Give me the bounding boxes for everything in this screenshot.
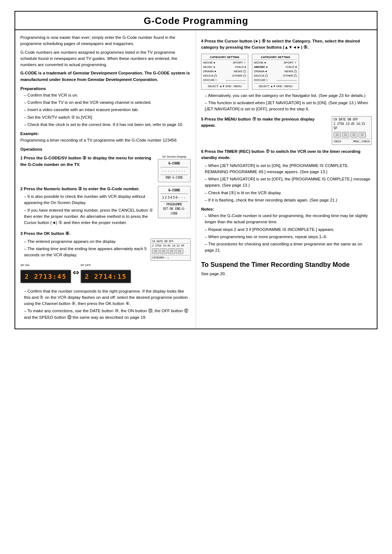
step-6-block: 6 Press the TIMER (REC) button ⑦ to swit… (201, 148, 372, 203)
cat-row-r1: MOVIE ●SPORT ✓ (254, 61, 297, 65)
prog-check-header-text: CH DATE ON OFF (334, 118, 358, 122)
prep-item: Confirm that the VCR is on. (24, 92, 191, 98)
page-title: G-Code Programming (15, 15, 377, 27)
vcr-label-1: SP ON 2 2713:45 (20, 264, 71, 285)
step-3-heading: 3 Press the OK button ⑥. (20, 231, 191, 237)
notes-block: Notes: When the G-Code number is used fo… (201, 207, 372, 254)
step-2-block: 2 Press the Numeric buttons ② to enter t… (20, 186, 191, 227)
step-5-text: 5 Press the MENU button ⑦ to make the pr… (201, 116, 328, 130)
step-5-block: 5 Press the MENU button ⑦ to make the pr… (201, 116, 372, 145)
prep-item: Set the VCR/TV switch ② to [VCR]. (24, 114, 191, 121)
prep-item: Confirm that the TV is on and the VCR vi… (24, 99, 191, 106)
cat-box-left: CATEGORY SETTING MOVIE ●SPORT ✓ MUSIC ●C… (201, 54, 248, 90)
category-images: CATEGORY SETTING MOVIE ●SPORT ✓ MUSIC ●C… (201, 54, 372, 90)
note-1: When the G-Code number is used for progr… (205, 213, 372, 225)
step-1-content: 1 Press the G-CODE/SV button ② to displa… (20, 155, 191, 182)
vcr-btn-2: □ (160, 248, 167, 254)
cat-row-1: MOVIE ●SPORT ✓ (203, 61, 246, 65)
step-2-heading: 2 Press the Numeric buttons ② to enter t… (20, 186, 154, 192)
prog-check-buttons: □ □ □ □ (334, 132, 370, 138)
step-3-bullet-4: To make any corrections, use the DATE bu… (24, 308, 191, 321)
intro-para-2: G-Code numbers are numbers assigned to p… (20, 49, 191, 68)
cat-row-4: EDUCA 凸OTHER 凸 (203, 74, 246, 78)
step-1-heading: 1 Press the G-CODE/SV button ② to displa… (20, 155, 154, 168)
prep-item: Insert a video cassette with an intact e… (24, 107, 191, 113)
osd-dashes-1: --------- (160, 168, 188, 174)
prog-btn-2: □ (342, 132, 349, 138)
step-2-bullet-2: If you have entered the wrong number, pr… (24, 207, 154, 226)
vcr-step3-row: 2 27SA 13:45 14:15 SP (152, 244, 189, 247)
cat-row-r4: EDUCA 凸OTHER 凸 (254, 74, 297, 78)
step-5-image: CH DATE ON OFF 2 27SA 13:45 14:15 SP □ □… (332, 116, 372, 145)
trademark-text: G-CODE is a trademark of Gemstar Develop… (20, 70, 191, 83)
vcr-displays-row: SP ON 2 2713:45 ⇔ SP OFF 2 2714:15 (20, 264, 191, 285)
step-3-block: 3 Press the OK button ⑥. The entered pro… (20, 231, 191, 321)
cat-row-r2: ●MUSIC ●CHILD ● (254, 65, 297, 69)
step-4-bullet-2: This function is activated when [JET NAV… (205, 100, 372, 113)
prog-check-header: CH DATE ON OFF (334, 118, 370, 122)
step-4-heading: 4 Press the Cursor button (►) ⑤ to selec… (201, 38, 372, 51)
prep-item: Check that the clock is set to the corre… (24, 122, 191, 128)
intro-para-1: Programming is now easier than ever; sim… (20, 34, 191, 47)
vcr-step3-ch: CH DATE ON OFF (152, 240, 173, 243)
vcr-btn-3: □ (168, 248, 175, 254)
step-4-block: 4 Press the Cursor button (►) ⑤ to selec… (201, 38, 372, 113)
operations-heading: Operations (20, 147, 191, 151)
cat-title-left: CATEGORY SETTING (203, 55, 246, 60)
note-4: The procedures for checking and cancelli… (205, 241, 372, 254)
step-2-text: 2 Press the Numeric buttons ② to enter t… (20, 186, 154, 227)
prog-btn-4: □ (359, 132, 366, 138)
vcr-label-2: SP OFF 2 2714:15 (81, 264, 131, 285)
cat-footer-right: SELECT: ▲▼ END : MENU (254, 83, 297, 88)
notes-heading: Notes: (201, 207, 372, 211)
prog-check-display: CH DATE ON OFF 2 27SA 13:45 14:15 SP □ □… (332, 116, 372, 145)
vcr-step3-buttons: □ □ □ □ (152, 248, 189, 254)
vcr-step3-cat: CATEGORY: ☐ (152, 255, 189, 259)
prog-btn-1: □ (334, 132, 341, 138)
step-2-bullet-1: It is also possible to check the number … (24, 194, 154, 206)
step-6-bullet-1: When [JET NAVIGATOR] is set to [ON], the… (205, 163, 372, 175)
step-1-image: On Screen Display G-CODE --------- END·G… (158, 155, 191, 182)
prog-check-footer-left: CHECK (334, 140, 341, 144)
step-3-bullet-3: Confirm that the number corresponds to t… (24, 288, 191, 307)
subtitle-body: See page 20. (201, 271, 372, 277)
step-3-bullets-2: Confirm that the number corresponds to t… (20, 288, 191, 321)
cat-row-3: DRAMA ●NEWS 凸 (203, 69, 246, 74)
osd-footer-2: PROGRAMME SET:OK END:G-CODE (160, 201, 188, 216)
cat-title-right: CATEGORY SETTING (254, 55, 297, 60)
subtitle-heading: To Suspend the Timer Recording Standby M… (201, 261, 372, 269)
osd-title-2: G-CODE (160, 188, 188, 194)
osd-code-2: 123456--- (160, 195, 188, 200)
cat-footer-left: SELECT: ▲▼ END : MENU (203, 83, 246, 88)
step-3-bullet-1: The entered programme appears on the dis… (24, 239, 147, 245)
example-heading: Example: (20, 131, 191, 136)
step-5-content: 5 Press the MENU button ⑦ to make the pr… (201, 116, 372, 145)
step-4-bullets: Alternatively, you can set the category … (201, 93, 372, 113)
step-1-block: 1 Press the G-CODE/SV button ② to displa… (20, 155, 191, 182)
step-6-bullet-2: When [JET NAVIGATOR] is set to [OFF], th… (205, 176, 372, 189)
osd-display-2: G-CODE 123456--- PROGRAMME SET:OK END:G-… (158, 186, 191, 218)
vcr-labels-row: SP ON 2 2713:45 ⇔ SP OFF 2 2714:15 (20, 264, 191, 285)
prog-btn-3: □ (350, 132, 358, 138)
step-2-content: 2 Press the Numeric buttons ② to enter t… (20, 186, 191, 227)
step-6-bullets: When [JET NAVIGATOR] is set to [ON], the… (201, 163, 372, 204)
osd-footer-1: END·G-CODE (160, 175, 188, 180)
preparations-heading: Preparations (20, 86, 191, 91)
note-3: When programming two or more programmes,… (205, 234, 372, 240)
vcr-btn-4: □ (176, 248, 183, 254)
notes-list: When the G-Code number is used for progr… (201, 213, 372, 254)
step-5-heading: 5 Press the MENU button ⑦ to make the pr… (201, 116, 328, 129)
step-4-bullet-1: Alternatively, you can set the category … (205, 93, 372, 99)
step-3-bullet-2: The starting time and the ending time ap… (24, 246, 147, 258)
page-wrapper: G-Code Programming Programming is now ea… (15, 11, 377, 329)
step-3-content: The entered programme appears on the dis… (20, 239, 191, 261)
vcr-display-2: 2 2714:15 (81, 270, 131, 283)
cat-row-r5: DOCUM □——————— (254, 78, 297, 82)
right-column: 4 Press the Cursor button (►) ⑤ to selec… (196, 30, 377, 329)
cat-row-5: DOCUM □——————— (203, 78, 246, 82)
subtitle-section: To Suspend the Timer Recording Standby M… (201, 261, 372, 277)
step-3-image: CH DATE ON OFF 2 27SA 13:45 14:15 SP □ □… (151, 239, 191, 261)
prog-check-row1: 2 27SA 13:45 14:15 SP (334, 122, 370, 131)
cat-row-2: MUSIC ●CHILD ● (203, 65, 246, 69)
content-area: Programming is now easier than ever; sim… (15, 30, 377, 329)
